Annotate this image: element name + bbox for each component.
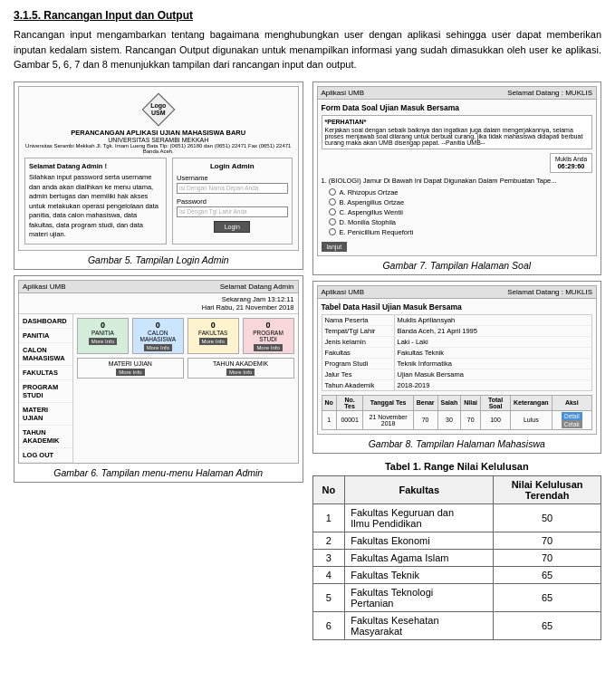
app-address: Universitas Serambi Mekkah Jl. Tgk. Imam… <box>24 143 293 154</box>
info-row-ttl: Tempat/Tgl Lahir Banda Aceh, 21 April 19… <box>322 326 592 337</box>
td-nilai: 70 <box>461 410 481 429</box>
next-button[interactable]: lanjut <box>322 242 348 252</box>
td-salah: 30 <box>437 410 461 429</box>
sidebar-item-prodi[interactable]: PROGRAM STUDI <box>19 380 72 403</box>
result-app-name: Aplikasi UMB <box>322 288 365 296</box>
value-nama: Muklis Apriliansyah <box>395 315 458 325</box>
td-no-tes: 00001 <box>336 410 363 429</box>
exam-option-e[interactable]: E. Penicillium Requeforti <box>329 228 593 236</box>
card-label-prodi: PROGRAM STUDI <box>245 330 292 342</box>
logo-line2: USM <box>151 110 166 117</box>
timer-value: 06:29:60 <box>555 162 587 170</box>
fig7-caption: Gambar 7. Tampilan Halaman Soal <box>317 260 598 271</box>
password-input[interactable]: Isi Dengan Tgl Lahir Anda <box>177 206 288 217</box>
print-button[interactable]: Cetak <box>562 420 582 428</box>
admin-card-fakultas: 0 FAKULTAS More Info <box>187 318 239 354</box>
logo-line1: Logo <box>150 102 166 110</box>
sidebar-item-logout[interactable]: LOG OUT <box>19 448 72 463</box>
admin-card-tahun: TAHUN AKADEMIK More Info <box>187 358 294 379</box>
exam-option-a[interactable]: A. Rhizopus Ortzae <box>329 188 593 197</box>
figure-6-box: Aplikasi UMB Selamat Datang Admin Sekara… <box>14 275 303 483</box>
exam-option-b[interactable]: B. Aspengillus Ortzae <box>329 198 593 206</box>
table-row: 6 Fakultas KesehatanMasyarakat 65 <box>312 611 601 639</box>
td-tanggal: 21 November 2018 <box>363 410 413 429</box>
username-placeholder: isi Dengan Nama Depan Anda <box>179 185 258 191</box>
td-r1-no: 1 <box>312 503 345 532</box>
th-no: No <box>322 395 336 410</box>
th-aksi: Aksi <box>552 395 591 410</box>
login-right-panel: Login Admin Username isi Dengan Nama Dep… <box>172 158 293 245</box>
radio-e[interactable] <box>329 228 336 235</box>
result-welcome: Selamat Datang : MUKLIS <box>507 288 592 296</box>
th-range-fak: Fakultas <box>345 475 494 503</box>
td-r3-nilai: 70 <box>494 549 601 566</box>
username-input[interactable]: isi Dengan Nama Depan Anda <box>177 183 288 194</box>
th-no-tes: No. Tes <box>336 395 363 410</box>
more-info-panitia[interactable]: More Info <box>89 338 117 345</box>
table-row: 4 Fakultas Teknik 65 <box>312 566 601 583</box>
exam-question: 1. (BIOLOGI) Jamur Di Bawah Ini Dapat Di… <box>322 177 593 185</box>
login-button[interactable]: Login <box>214 221 250 233</box>
exam-option-c[interactable]: C. Aspengillus Wentii <box>329 208 593 216</box>
more-info-fakultas[interactable]: More Info <box>199 338 227 345</box>
label-prodi: Program Studi <box>322 359 395 369</box>
option-d-text: D. Monilia Stophila <box>340 218 397 226</box>
label-nama: Nama Peserta <box>322 315 395 325</box>
value-tahun: 2018-2019 <box>395 380 433 390</box>
td-r4-no: 4 <box>312 566 345 583</box>
result-info: Nama Peserta Muklis Apriliansyah Tempat/… <box>322 314 593 391</box>
card-num-calon: 0 <box>135 321 181 330</box>
sidebar-item-panitia[interactable]: PANITIA <box>19 329 72 343</box>
admin-cards-row-2: MATERI UJIAN More Info TAHUN AKADEMIK Mo… <box>77 358 294 379</box>
more-info-materi[interactable]: More Info <box>116 369 144 376</box>
card-label-panitia: PANITIA <box>80 330 126 336</box>
result-body: Tabel Data Hasil Ujian Masuk Bersama Nam… <box>318 299 597 434</box>
info-row-jk: Jenis kelamin Laki - Laki <box>322 337 592 348</box>
radio-c[interactable] <box>329 208 336 216</box>
result-table-title: Tabel Data Hasil Ujian Masuk Bersama <box>322 302 593 312</box>
admin-sidebar: DASHBOARD PANITIA CALON MAHASISWA FAKULT… <box>19 314 73 463</box>
card-num-fakultas: 0 <box>190 321 236 330</box>
option-c-text: C. Aspengillus Wentii <box>340 208 403 216</box>
right-panel-title: Login Admin <box>177 162 288 170</box>
admin-body: DASHBOARD PANITIA CALON MAHASISWA FAKULT… <box>19 314 298 463</box>
detail-button[interactable]: Detail <box>562 412 582 420</box>
label-jalur: Jalur Tes <box>322 369 395 379</box>
admin-datetime: Sekarang Jam 13:12:11 <box>23 295 294 303</box>
td-total: 100 <box>481 410 511 429</box>
sidebar-item-tahun[interactable]: TAHUN AKADEMIK <box>19 426 72 448</box>
sidebar-item-materi[interactable]: MATERI UJIAN <box>19 403 72 426</box>
sidebar-item-calon[interactable]: CALON MAHASISWA <box>19 343 72 366</box>
more-info-calon[interactable]: More Info <box>144 344 172 351</box>
card-label-calon: CALON MAHASISWA <box>135 330 181 342</box>
exam-mockup: Aplikasi UMB Selamat Datang : MUKLIS For… <box>317 86 598 256</box>
radio-b[interactable] <box>329 198 336 206</box>
password-placeholder: Isi Dengan Tgl Lahir Anda <box>179 208 247 215</box>
td-r2-no: 2 <box>312 532 345 549</box>
radio-a[interactable] <box>329 188 336 196</box>
td-r2-nilai: 70 <box>494 532 601 549</box>
left-panel-title: Selamat Datang Admin ! <box>29 162 162 172</box>
username-field: Username isi Dengan Nama Depan Anda <box>177 174 288 194</box>
card-label-materi: MATERI UJIAN <box>80 360 181 367</box>
td-r6-no: 6 <box>312 611 345 639</box>
more-info-prodi[interactable]: More Info <box>254 344 282 351</box>
option-b-text: B. Aspengillus Ortzae <box>340 198 405 206</box>
fig5-caption: Gambar 5. Tampilan Login Admin <box>18 254 299 265</box>
th-salah: Salah <box>437 395 461 410</box>
sidebar-item-fakultas[interactable]: FAKULTAS <box>19 366 72 380</box>
result-mockup: Aplikasi UMB Selamat Datang : MUKLIS Tab… <box>317 285 598 435</box>
admin-card-panitia: 0 PANITIA More Info <box>77 318 129 354</box>
card-label-tahun: TAHUN AKADEMIK <box>190 360 292 367</box>
more-info-tahun[interactable]: More Info <box>226 369 255 376</box>
admin-mockup: Aplikasi UMB Selamat Datang Admin Sekara… <box>18 280 299 464</box>
exam-option-d[interactable]: D. Monilia Stophila <box>329 218 593 226</box>
sidebar-item-dashboard[interactable]: DASHBOARD <box>19 314 72 329</box>
exam-app-name: Aplikasi UMB <box>322 89 365 97</box>
password-field: Password Isi Dengan Tgl Lahir Anda <box>177 197 288 217</box>
left-panel-text: Silahkan input password serta username d… <box>29 173 162 240</box>
notice-title: *PERHATIAN* <box>325 119 590 125</box>
th-benar: Benar <box>413 395 437 410</box>
exam-notice: *PERHATIAN* Kerjakan soal dengan sebaik … <box>322 115 593 149</box>
radio-d[interactable] <box>329 218 336 225</box>
